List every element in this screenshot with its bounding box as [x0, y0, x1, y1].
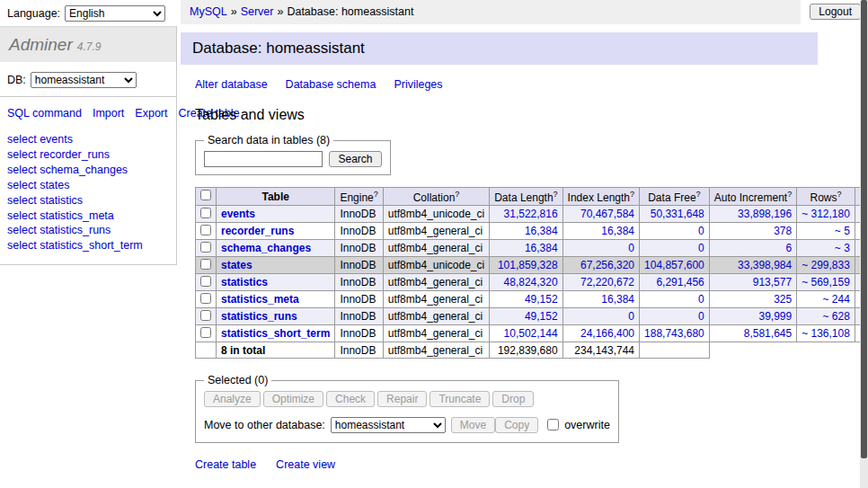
table-name-cell: statistics_short_term: [217, 325, 335, 342]
logout-button[interactable]: Logout: [810, 4, 861, 20]
index-length-cell: 16,384: [562, 291, 639, 308]
data-free-cell: 6,291,456: [640, 274, 710, 291]
create-link-create-view[interactable]: Create view: [276, 458, 335, 471]
breadcrumb-current: Database: homeassistant: [287, 5, 413, 18]
language-select[interactable]: English: [65, 5, 165, 22]
engine-cell: InnoDB: [335, 274, 383, 291]
row-checkbox-statistics-short-term[interactable]: [200, 327, 211, 338]
row-checkbox-cell: [196, 223, 217, 240]
help-icon[interactable]: ?: [374, 190, 378, 199]
help-icon[interactable]: ?: [837, 190, 842, 199]
rows-cell: ~ 244: [797, 291, 855, 308]
row-checkbox-states[interactable]: [200, 259, 211, 270]
sidebar-link-sql-command[interactable]: SQL command: [7, 107, 82, 120]
engine-cell: InnoDB: [335, 206, 383, 223]
selected-analyze[interactable]: Analyze: [204, 391, 261, 407]
move-label: Move to other database:: [204, 419, 325, 431]
help-icon[interactable]: ?: [455, 190, 459, 199]
row-checkbox-schema-changes[interactable]: [200, 242, 211, 253]
search-button[interactable]: Search: [329, 151, 381, 167]
db-action-alter-database[interactable]: Alter database: [195, 78, 268, 91]
selected-check[interactable]: Check: [326, 391, 375, 407]
table-link-statistics-meta[interactable]: statistics_meta: [221, 293, 299, 306]
table-link-recorder-runs[interactable]: recorder_runs: [221, 225, 294, 237]
sidebar-select-statistics-runs[interactable]: select statistics_runs: [7, 223, 169, 238]
breadcrumb-server-link[interactable]: Server: [241, 5, 274, 18]
collation-cell: utf8mb4_general_ci: [383, 291, 489, 308]
table-name-cell: states: [217, 257, 335, 274]
selected-drop[interactable]: Drop: [492, 391, 534, 407]
help-icon[interactable]: ?: [554, 190, 558, 199]
data-free-cell: 0: [640, 291, 710, 308]
data-length-cell: 48,824,320: [490, 274, 562, 291]
row-checkbox-statistics-meta[interactable]: [200, 293, 211, 304]
sidebar-select-statistics[interactable]: select statistics: [7, 193, 169, 209]
db-action-database-schema[interactable]: Database schema: [286, 78, 376, 91]
total-collation-cell: utf8mb4_general_ci: [383, 342, 489, 359]
selected-truncate[interactable]: Truncate: [430, 391, 490, 407]
help-icon[interactable]: ?: [787, 190, 792, 199]
total-data-length-cell: 192,839,680: [490, 342, 562, 359]
table-row-states: statesInnoDButf8mb4_unicode_ci101,859,32…: [196, 257, 868, 274]
rows-cell: ~ 3: [797, 240, 855, 257]
col-header-engine: Engine?: [335, 188, 383, 206]
row-checkbox-statistics[interactable]: [200, 276, 211, 287]
move-db-select[interactable]: homeassistant: [331, 417, 446, 433]
data-free-cell: 0: [640, 308, 710, 325]
index-length-cell: 72,220,672: [562, 274, 639, 291]
sidebar-select-statistics-short-term[interactable]: select statistics_short_term: [7, 238, 169, 253]
scrollbar[interactable]: [860, 0, 868, 488]
row-checkbox-statistics-runs[interactable]: [200, 310, 211, 321]
total-checkbox-cell: [196, 342, 217, 359]
sidebar-select-events[interactable]: select events: [7, 132, 169, 147]
sidebar-link-import[interactable]: Import: [93, 107, 124, 120]
db-action-privileges[interactable]: Privileges: [394, 78, 442, 91]
collation-cell: utf8mb4_unicode_ci: [383, 257, 489, 274]
table-name-cell: statistics: [217, 274, 335, 291]
scrollbar-thumb[interactable]: [861, 0, 867, 458]
table-link-statistics[interactable]: statistics: [221, 276, 268, 288]
data-free-cell: 50,331,648: [640, 206, 710, 223]
table-link-events[interactable]: events: [221, 208, 255, 220]
select-all-checkbox[interactable]: [200, 190, 211, 200]
sidebar-select-schema-changes[interactable]: select schema_changes: [7, 163, 169, 178]
move-copy[interactable]: Copy: [495, 417, 538, 433]
sidebar-link-export[interactable]: Export: [135, 107, 167, 120]
data-length-cell: 16,384: [490, 223, 562, 240]
table-name-cell: recorder_runs: [217, 223, 335, 240]
table-link-schema-changes[interactable]: schema_changes: [221, 242, 311, 254]
breadcrumb: MySQL»Server»Database: homeassistant: [181, 0, 801, 24]
rows-cell: ~ 628: [797, 308, 855, 325]
help-icon[interactable]: ?: [696, 190, 701, 199]
auto-increment-cell: 33,398,984: [709, 257, 796, 274]
data-free-cell: 0: [640, 223, 710, 240]
index-length-cell: 70,467,584: [562, 206, 639, 223]
selected-fieldset: Selected (0) AnalyzeOptimizeCheckRepairT…: [195, 374, 619, 443]
db-label: DB:: [7, 74, 26, 86]
help-icon[interactable]: ?: [630, 190, 634, 199]
table-link-statistics-runs[interactable]: statistics_runs: [221, 310, 297, 323]
create-link-create-table[interactable]: Create table: [195, 458, 256, 471]
selected-repair[interactable]: Repair: [377, 391, 427, 407]
row-checkbox-cell: [196, 257, 217, 274]
overwrite-checkbox[interactable]: [547, 419, 559, 430]
sidebar: Language: English Adminer4.7.9 DB: homea…: [0, 0, 177, 488]
table-link-statistics-short-term[interactable]: statistics_short_term: [221, 327, 330, 340]
table-link-states[interactable]: states: [221, 259, 252, 271]
db-select[interactable]: homeassistant: [31, 72, 137, 88]
auto-increment-cell: 378: [709, 223, 796, 240]
row-checkbox-events[interactable]: [200, 208, 211, 218]
total-engine-cell: InnoDB: [335, 342, 383, 359]
collation-cell: utf8mb4_general_ci: [383, 308, 489, 325]
data-length-cell: 49,152: [490, 308, 562, 325]
select-all-cell: [196, 188, 217, 206]
selected-optimize[interactable]: Optimize: [263, 391, 323, 407]
search-input[interactable]: [204, 151, 323, 167]
sidebar-select-recorder-runs[interactable]: select recorder_runs: [7, 147, 169, 163]
breadcrumb-mysql-link[interactable]: MySQL: [190, 5, 227, 18]
sidebar-select-statistics-meta[interactable]: select statistics_meta: [7, 209, 169, 224]
row-checkbox-recorder-runs[interactable]: [200, 225, 211, 235]
move-move[interactable]: Move: [451, 417, 495, 433]
sidebar-select-states[interactable]: select states: [7, 178, 169, 193]
data-length-cell: 10,502,144: [490, 325, 562, 342]
